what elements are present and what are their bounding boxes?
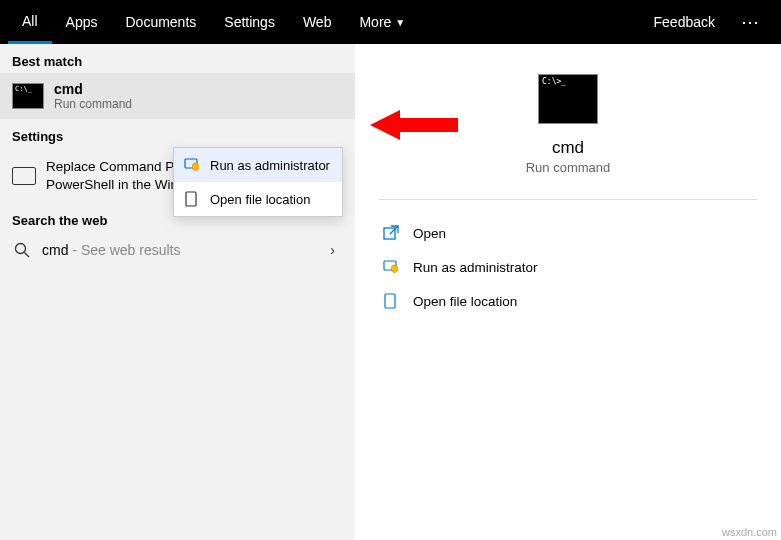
svg-rect-6 [385,294,395,308]
action-run-as-admin[interactable]: Run as administrator [379,250,757,284]
svg-point-2 [16,244,26,254]
ctx-open-file-location-label: Open file location [210,192,310,207]
result-subtitle: Run command [54,97,132,111]
svg-marker-7 [370,110,458,140]
chevron-right-icon: › [324,242,341,258]
svg-rect-1 [186,192,196,206]
action-open-file-location[interactable]: Open file location [379,284,757,318]
tab-more[interactable]: More ▼ [345,0,419,44]
feedback-button[interactable]: Feedback [640,14,729,30]
context-menu: Run as administrator Open file location [173,147,343,217]
divider [379,199,757,200]
best-match-header: Best match [0,44,355,73]
tab-apps[interactable]: Apps [52,0,112,44]
search-tab-bar: All Apps Documents Settings Web More ▼ F… [0,0,781,44]
preview-cmd-icon [538,74,598,124]
watermark: wsxdn.com [722,526,777,538]
results-panel: Best match cmd Run command Run as admini… [0,44,355,540]
web-result-text: cmd - See web results [42,242,324,258]
ctx-run-as-admin[interactable]: Run as administrator [174,148,342,182]
shield-admin-icon [184,157,200,173]
preview-subtitle: Run command [526,160,611,175]
tab-all[interactable]: All [8,0,52,44]
open-icon [383,225,399,241]
more-options-icon[interactable]: ⋯ [729,11,773,33]
folder-location-icon [184,191,200,207]
tab-settings[interactable]: Settings [210,0,289,44]
shield-admin-icon [383,259,399,275]
best-match-cmd[interactable]: cmd Run command [0,73,355,119]
settings-header: Settings [0,119,355,148]
red-arrow-annotation [370,105,460,145]
ctx-open-file-location[interactable]: Open file location [174,182,342,216]
search-icon [14,242,30,258]
svg-rect-4 [384,228,395,239]
action-open-file-location-label: Open file location [413,294,517,309]
tab-web[interactable]: Web [289,0,346,44]
svg-line-3 [25,253,30,258]
web-search-result[interactable]: cmd - See web results › [0,232,355,268]
console-icon [12,167,36,185]
cmd-icon [12,83,44,109]
action-open-label: Open [413,226,446,241]
preview-title: cmd [552,138,584,158]
folder-location-icon [383,293,399,309]
result-title: cmd [54,81,132,97]
tab-documents[interactable]: Documents [111,0,210,44]
tab-more-label: More [359,14,391,30]
ctx-run-as-admin-label: Run as administrator [210,158,330,173]
action-open[interactable]: Open [379,216,757,250]
action-run-as-admin-label: Run as administrator [413,260,538,275]
chevron-down-icon: ▼ [395,17,405,28]
